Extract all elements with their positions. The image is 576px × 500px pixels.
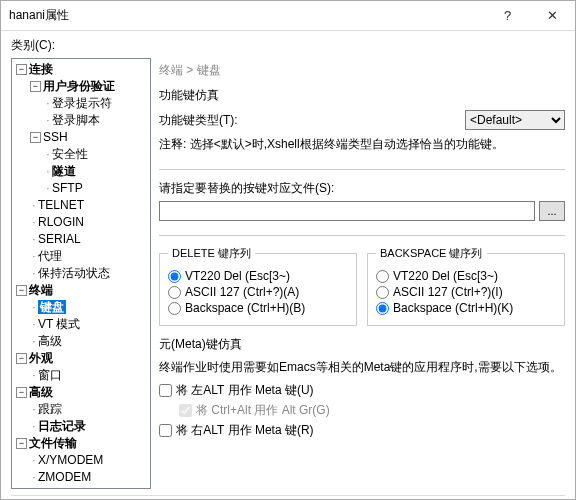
tree-toggle[interactable]: − bbox=[30, 81, 41, 92]
close-button[interactable]: ✕ bbox=[530, 1, 575, 31]
tree-toggle[interactable]: − bbox=[16, 64, 27, 75]
tree-item-log[interactable]: 日志记录 bbox=[38, 419, 86, 433]
tree-item-ssh[interactable]: SSH bbox=[43, 130, 68, 144]
tree-item-advanced[interactable]: 高级 bbox=[29, 385, 53, 399]
tree-item-terminal[interactable]: 终端 bbox=[29, 283, 53, 297]
delete-opt-vt220[interactable] bbox=[168, 270, 181, 283]
tree-item-security[interactable]: 安全性 bbox=[52, 147, 88, 161]
meta-title: 元(Meta)键仿真 bbox=[159, 336, 565, 353]
main-row: −连接 −用户身份验证 ·登录提示符 ·登录脚本 −SSH ·安全性 bbox=[11, 58, 565, 489]
tree-item-telnet[interactable]: TELNET bbox=[38, 198, 84, 212]
tree-item-keyboard[interactable]: 键盘 bbox=[38, 300, 66, 314]
tree-item-vt-mode[interactable]: VT 模式 bbox=[38, 317, 80, 331]
category-tree[interactable]: −连接 −用户身份验证 ·登录提示符 ·登录脚本 −SSH ·安全性 bbox=[11, 58, 151, 489]
meta-desc: 终端作业时使用需要如Emacs等相关的Meta键的应用程序时,需要以下选项。 bbox=[159, 359, 565, 376]
meta-right-alt-check[interactable] bbox=[159, 424, 172, 437]
meta-ctrl-alt-check bbox=[179, 404, 192, 417]
tree-item-serial[interactable]: SERIAL bbox=[38, 232, 81, 246]
mapfile-label: 请指定要替换的按键对应文件(S): bbox=[159, 180, 565, 197]
tree-item-file-transfer[interactable]: 文件传输 bbox=[29, 436, 77, 450]
tree-toggle[interactable]: − bbox=[16, 285, 27, 296]
tree-item-rlogin[interactable]: RLOGIN bbox=[38, 215, 84, 229]
funckey-note: 注释: 选择<默认>时,Xshell根据终端类型自动选择恰当的功能键。 bbox=[159, 136, 565, 153]
divider bbox=[159, 169, 565, 170]
tree-item-window[interactable]: 窗口 bbox=[38, 368, 62, 382]
tree-toggle[interactable]: − bbox=[16, 387, 27, 398]
tree-item-connection[interactable]: 连接 bbox=[29, 62, 53, 76]
titlebar: hanani属性 ? ✕ bbox=[1, 1, 575, 31]
help-button[interactable]: ? bbox=[485, 1, 530, 31]
tree-item-appearance[interactable]: 外观 bbox=[29, 351, 53, 365]
tree-item-sftp[interactable]: SFTP bbox=[52, 181, 83, 195]
mapfile-input[interactable] bbox=[159, 201, 535, 221]
mapfile-browse-button[interactable]: ... bbox=[539, 201, 565, 221]
delete-fieldset: DELETE 键序列 VT220 Del (Esc[3~) ASCII 127 … bbox=[159, 246, 357, 326]
tree-item-advanced-term[interactable]: 高级 bbox=[38, 334, 62, 348]
tree-toggle[interactable]: − bbox=[16, 353, 27, 364]
content-panel: 终端 > 键盘 功能键仿真 功能键类型(T): <Default> 注释: 选择… bbox=[159, 58, 565, 489]
delete-opt-ascii127[interactable] bbox=[168, 286, 181, 299]
funckey-type-select[interactable]: <Default> bbox=[465, 110, 565, 130]
tree-item-xymodem[interactable]: X/YMODEM bbox=[38, 453, 103, 467]
window-title: hanani属性 bbox=[9, 7, 485, 24]
breadcrumb: 终端 > 键盘 bbox=[159, 58, 565, 87]
tree-item-user-auth[interactable]: 用户身份验证 bbox=[43, 79, 115, 93]
backspace-fieldset: BACKSPACE 键序列 VT220 Del (Esc[3~) ASCII 1… bbox=[367, 246, 565, 326]
tree-item-login-script[interactable]: 登录脚本 bbox=[52, 113, 100, 127]
tree-toggle[interactable]: − bbox=[16, 438, 27, 449]
funckey-type-label: 功能键类型(T): bbox=[159, 112, 238, 129]
tree-item-keep-alive[interactable]: 保持活动状态 bbox=[38, 266, 110, 280]
meta-left-alt-check[interactable] bbox=[159, 384, 172, 397]
tree-item-login-prompt[interactable]: 登录提示符 bbox=[52, 96, 112, 110]
tree-item-trace[interactable]: 跟踪 bbox=[38, 402, 62, 416]
dialog-body: 类别(C): −连接 −用户身份验证 ·登录提示符 ·登录脚本 −SSH bbox=[1, 31, 575, 500]
divider bbox=[159, 235, 565, 236]
tree-toggle[interactable]: − bbox=[30, 132, 41, 143]
backspace-legend: BACKSPACE 键序列 bbox=[376, 246, 487, 261]
funckey-section-title: 功能键仿真 bbox=[159, 87, 565, 104]
backspace-opt-backspace[interactable] bbox=[376, 302, 389, 315]
dialog-footer: 确定 取消 bbox=[11, 495, 565, 500]
backspace-opt-ascii127[interactable] bbox=[376, 286, 389, 299]
backspace-opt-vt220[interactable] bbox=[376, 270, 389, 283]
tree-item-proxy[interactable]: 代理 bbox=[38, 249, 62, 263]
category-label: 类别(C): bbox=[11, 37, 565, 54]
tree-item-tunnel[interactable]: 隧道 bbox=[52, 164, 76, 178]
delete-legend: DELETE 键序列 bbox=[168, 246, 255, 261]
dialog-window: hanani属性 ? ✕ 类别(C): −连接 −用户身份验证 ·登录提示符 ·… bbox=[0, 0, 576, 500]
tree-item-zmodem[interactable]: ZMODEM bbox=[38, 470, 91, 484]
delete-opt-backspace[interactable] bbox=[168, 302, 181, 315]
